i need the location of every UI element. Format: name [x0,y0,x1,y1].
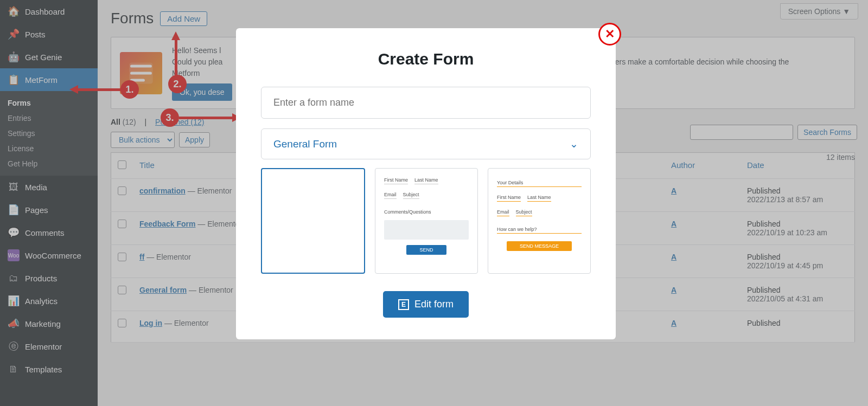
template-contact-blue[interactable]: First NameLast Name EmailSubject Comment… [375,168,478,274]
template-contact-orange[interactable]: Your Details First NameLast Name EmailSu… [488,168,591,274]
create-form-modal: ✕ Create Form General Form ⌄ First NameL… [236,28,616,339]
edit-form-label: Edit form [414,299,454,310]
modal-title: Create Form [261,50,591,68]
template-blank[interactable] [261,168,365,274]
form-type-select[interactable]: General Form ⌄ [261,128,591,159]
template-gallery: First NameLast Name EmailSubject Comment… [261,168,591,274]
edit-form-button[interactable]: E Edit form [383,291,469,318]
close-icon[interactable]: ✕ [598,23,621,46]
select-value: General Form [273,138,337,150]
elementor-icon: E [398,299,409,310]
chevron-down-icon: ⌄ [570,138,578,150]
form-name-input[interactable] [261,87,591,119]
